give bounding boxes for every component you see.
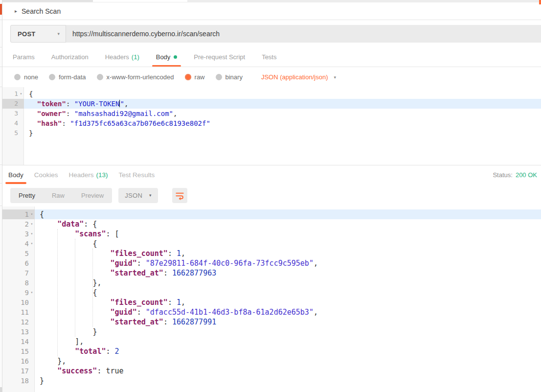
fold-caret-icon[interactable]: ▾ (29, 288, 35, 298)
line-gutter: 6 (2, 258, 35, 268)
fold-caret-icon[interactable]: ▾ (18, 89, 24, 99)
response-body-viewer: 1▾{2▾ "data": {3▾ "scans": [4▾ {5 "files… (2, 207, 541, 392)
body-mode-form-data[interactable]: form-data (49, 73, 86, 81)
chevron-down-icon: ▾ (334, 75, 336, 80)
line-number: 4 (14, 118, 18, 128)
body-mode-x-www-form-urlencoded[interactable]: x-www-form-urlencoded (97, 73, 174, 81)
method-label: POST (18, 30, 36, 38)
radio-label: none (24, 73, 38, 81)
tab-label: Tests (262, 53, 276, 61)
method-select[interactable]: POST ▾ (10, 25, 66, 43)
code-text: { (35, 239, 541, 249)
line-gutter: 12 (2, 317, 35, 327)
view-mode-preview[interactable]: Preview (73, 188, 112, 203)
tabbar-remnant (2, 0, 541, 2)
line-number: 1 (14, 89, 18, 99)
tab-label: Headers (105, 53, 129, 61)
code-line[interactable]: 4 "hash": "f1d375fc65a63ca7b076e6c8193e8… (2, 118, 541, 128)
code-text: } (24, 128, 541, 138)
code-line: 15 "total": 2 (2, 346, 541, 356)
request-body-editor[interactable]: 1▾{2 "token": "YOUR-TOKEN",3 "owner": "m… (2, 87, 541, 165)
code-text: "token": "YOUR-TOKEN", (24, 99, 541, 109)
fold-caret-icon[interactable]: ▾ (29, 239, 35, 249)
line-gutter: 7 (2, 268, 35, 278)
line-gutter: 2▾ (2, 219, 35, 229)
status-badge: Status: 200 OK (493, 165, 537, 184)
code-text: ], (35, 337, 541, 346)
body-set-dot-icon (174, 55, 177, 59)
code-line: 17 "success": true (2, 366, 541, 376)
view-mode-pretty[interactable]: Pretty (10, 188, 44, 203)
radio-label: x-www-form-urlencoded (107, 73, 174, 81)
radio-icon (49, 74, 55, 80)
line-gutter: 3▾ (2, 229, 35, 239)
code-text: "owner": "mahsashadi92@gmail.com", (24, 109, 541, 118)
tab-test-results[interactable]: Test Results (113, 165, 160, 184)
chevron-right-icon[interactable]: ▸ (15, 8, 17, 14)
code-text: }, (35, 278, 541, 288)
code-text: "files_count": 1, (35, 249, 541, 258)
fold-caret-icon[interactable]: ▾ (29, 209, 35, 219)
content-type-select[interactable]: JSON (application/json) ▾ (261, 73, 336, 81)
code-line: 1▾{ (2, 209, 541, 219)
line-gutter: 9▾ (2, 288, 35, 298)
tab-tests[interactable]: Tests (253, 47, 285, 67)
tab-cookies[interactable]: Cookies (29, 165, 64, 184)
format-select[interactable]: JSON ▾ (118, 188, 158, 203)
line-number: 17 (21, 366, 29, 376)
code-line[interactable]: 2 "token": "YOUR-TOKEN", (2, 99, 541, 109)
line-gutter: 13 (2, 327, 35, 337)
tab-label: Body (156, 53, 171, 61)
line-gutter: 8 (2, 278, 35, 288)
wrap-text-button[interactable] (172, 188, 187, 203)
tab-body[interactable]: Body (148, 47, 186, 67)
tab-pre-request-script[interactable]: Pre-request Script (185, 47, 253, 67)
tab-label: Headers (69, 171, 94, 179)
tab-headers[interactable]: Headers(13) (64, 165, 113, 184)
body-mode-raw[interactable]: raw (185, 73, 205, 81)
line-gutter: 1▾ (2, 89, 24, 99)
line-number: 3 (25, 229, 29, 239)
line-number: 10 (21, 298, 29, 307)
line-number: 12 (21, 317, 29, 327)
code-line: 5 "files_count": 1, (2, 249, 541, 258)
line-gutter: 4 (2, 118, 24, 128)
fold-caret-icon[interactable]: ▾ (29, 219, 35, 229)
response-section: BodyCookiesHeaders(13)Test Results Statu… (2, 165, 541, 392)
body-mode-none[interactable]: none (14, 73, 38, 81)
top-right-accent (539, 0, 541, 4)
tab-label: Test Results (119, 171, 155, 179)
code-text: "started_at": 1662877991 (35, 317, 541, 327)
code-text: "files_count": 1, (35, 298, 541, 307)
line-gutter: 10 (2, 298, 35, 307)
line-number: 11 (21, 307, 29, 317)
tab-count-badge: (1) (132, 53, 139, 61)
tab-headers[interactable]: Headers(1) (97, 47, 148, 67)
code-line[interactable]: 1▾{ (2, 89, 541, 99)
body-mode-row: noneform-datax-www-form-urlencodedrawbin… (2, 67, 541, 87)
line-number: 1 (25, 209, 29, 219)
code-line: 13 } (2, 327, 541, 337)
url-input[interactable]: https://multiscannerdemo.cyberno.ir/scan… (66, 25, 541, 43)
code-line: 7 "started_at": 1662877963 (2, 268, 541, 278)
line-gutter: 5 (2, 128, 24, 138)
tab-label: Pre-request Script (194, 53, 245, 61)
line-number: 9 (25, 288, 29, 298)
code-line: 10 "files_count": 1, (2, 298, 541, 307)
line-gutter: 11 (2, 307, 35, 317)
fold-caret-icon[interactable]: ▾ (29, 229, 35, 239)
line-number: 15 (21, 346, 29, 356)
code-line: 3▾ "scans": [ (2, 229, 541, 239)
radio-label: raw (195, 73, 205, 81)
response-view-modes: PrettyRawPreview (10, 188, 112, 203)
code-line[interactable]: 3 "owner": "mahsashadi92@gmail.com", (2, 109, 541, 118)
tab-authorization[interactable]: Authorization (43, 47, 97, 67)
line-gutter: 2 (2, 99, 24, 109)
view-mode-raw[interactable]: Raw (44, 188, 73, 203)
tab-body[interactable]: Body (3, 165, 29, 184)
code-text: "data": { (35, 219, 541, 229)
body-mode-binary[interactable]: binary (216, 73, 243, 81)
tab-params[interactable]: Params (4, 47, 43, 67)
code-line[interactable]: 5} (2, 128, 541, 138)
radio-label: binary (225, 73, 243, 81)
